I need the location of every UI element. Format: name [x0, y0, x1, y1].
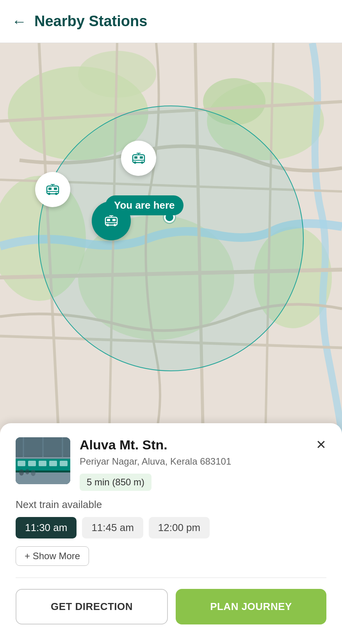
search-radius-circle — [38, 106, 304, 371]
back-button[interactable]: ← — [12, 14, 27, 29]
svg-point-37 — [114, 224, 116, 226]
svg-rect-16 — [133, 155, 144, 163]
station-marker-2[interactable] — [35, 172, 70, 207]
svg-rect-50 — [39, 461, 46, 466]
svg-point-20 — [134, 161, 136, 164]
time-slot-2[interactable]: 11:45 am — [82, 517, 143, 538]
svg-rect-51 — [49, 461, 57, 466]
page-title: Nearby Stations — [34, 13, 147, 30]
svg-rect-34 — [112, 219, 116, 221]
get-direction-button[interactable]: GET DIRECTION — [16, 589, 168, 624]
plan-journey-button[interactable]: PLAN JOURNEY — [176, 589, 326, 624]
card-divider — [16, 578, 326, 578]
station-address: Periyar Nagar, Aluva, Kerala 683101 — [80, 455, 311, 468]
svg-rect-25 — [48, 188, 52, 190]
card-header: Aluva Mt. Stn. Periyar Nagar, Aluva, Ker… — [16, 437, 326, 491]
time-slots-container: 11:30 am 11:45 am 12:00 pm — [16, 517, 326, 538]
next-train-label: Next train available — [16, 499, 326, 511]
svg-rect-53 — [16, 470, 70, 472]
svg-rect-26 — [54, 188, 57, 190]
svg-point-54 — [19, 469, 24, 476]
svg-rect-33 — [107, 219, 110, 221]
svg-rect-24 — [47, 186, 59, 194]
you-are-here-label: You are here — [105, 195, 183, 215]
svg-point-36 — [107, 224, 109, 226]
station-name: Aluva Mt. Stn. — [80, 437, 311, 453]
station-marker-1[interactable] — [121, 141, 156, 176]
card-actions: GET DIRECTION PLAN JOURNEY — [16, 589, 326, 624]
svg-rect-17 — [134, 156, 137, 159]
svg-rect-32 — [105, 217, 117, 225]
svg-point-56 — [31, 470, 36, 476]
svg-point-55 — [25, 469, 29, 474]
time-slot-1[interactable]: 11:30 am — [16, 517, 77, 538]
time-slot-3[interactable]: 12:00 pm — [149, 517, 210, 538]
distance-badge: 5 min (850 m) — [80, 474, 151, 491]
station-detail-card: Aluva Mt. Stn. Periyar Nagar, Aluva, Ker… — [0, 423, 342, 644]
card-info: Aluva Mt. Stn. Periyar Nagar, Aluva, Ker… — [80, 437, 311, 491]
svg-rect-48 — [18, 461, 25, 466]
map-area: You are here — [0, 43, 342, 434]
header: ← Nearby Stations — [0, 0, 342, 43]
svg-point-21 — [141, 161, 143, 164]
svg-point-28 — [48, 193, 50, 195]
svg-rect-49 — [28, 461, 36, 466]
show-more-button[interactable]: + Show More — [16, 546, 89, 566]
station-image — [16, 437, 70, 484]
svg-rect-18 — [140, 156, 143, 159]
close-button[interactable]: ✕ — [316, 437, 326, 452]
svg-rect-52 — [60, 461, 68, 466]
svg-point-29 — [55, 193, 57, 195]
